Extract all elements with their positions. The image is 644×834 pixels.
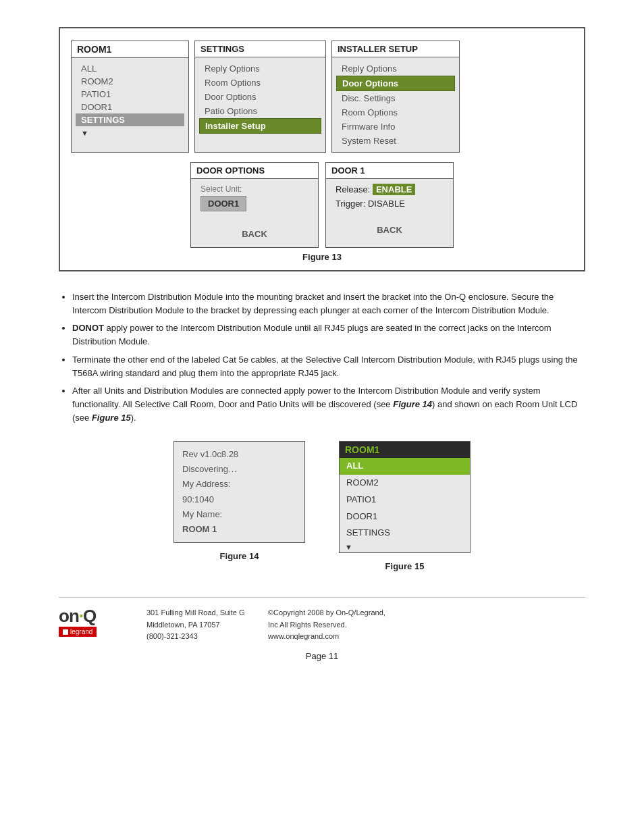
bullet-item-3: Terminate the other end of the labeled C… — [72, 353, 585, 380]
list-item[interactable]: ROOM2 — [76, 75, 184, 88]
rev-line-3: My Address: — [182, 477, 296, 492]
door-options-panel: DOOR OPTIONS Select Unit: DOOR1 BACK — [190, 162, 319, 248]
list-item[interactable]: ALL — [76, 62, 184, 75]
room1-body: ALL ROOM2 PATIO1 DOOR1 SETTINGS ▼ — [72, 58, 188, 141]
installer-body: Reply Options Door Options Disc. Setting… — [332, 57, 459, 152]
dropdown-arrow-icon: ▼ — [76, 128, 184, 138]
onq-logo: on·Q — [59, 607, 96, 625]
settings-panel: SETTINGS Reply Options Room Options Door… — [194, 41, 326, 153]
bullet-item-1: Insert the Intercom Distribution Module … — [72, 290, 585, 317]
fig15-item-patio1[interactable]: PATIO1 — [340, 492, 470, 509]
address-line3: (800)-321-2343 — [146, 631, 254, 643]
fig14-col: Rev v1.0c8.28 Discovering… My Address: 9… — [173, 441, 305, 563]
figure13-box: ROOM1 ALL ROOM2 PATIO1 DOOR1 SETTINGS ▼ … — [59, 27, 585, 271]
list-item-patio[interactable]: Patio Options — [199, 104, 321, 118]
list-item-settings[interactable]: SETTINGS — [76, 113, 184, 126]
door1-back-button[interactable]: BACK — [330, 211, 449, 240]
room1-header: ROOM1 — [72, 41, 188, 58]
logo-q: Q — [83, 606, 96, 626]
list-item-door[interactable]: Door Options — [199, 90, 321, 104]
fig15-caption: Figure 15 — [385, 561, 425, 571]
copyright-line1: ©Copyright 2008 by On-Q/Legrand, — [268, 607, 385, 619]
footer-copyright: ©Copyright 2008 by On-Q/Legrand, Inc All… — [268, 607, 385, 643]
list-item-reset[interactable]: System Reset — [336, 134, 455, 148]
copyright-line3: www.onqlegrand.com — [268, 631, 385, 643]
fig14-ref: Figure 14 — [393, 399, 432, 409]
donot-text: DONOT — [72, 323, 104, 333]
settings-body: Reply Options Room Options Door Options … — [195, 57, 325, 138]
list-item-door-opt[interactable]: Door Options — [336, 76, 455, 91]
rev-line-5: My Name: — [182, 507, 296, 522]
door1-header: DOOR 1 — [326, 163, 453, 179]
list-item-room[interactable]: Room Options — [199, 76, 321, 90]
fig15-item-door1[interactable]: DOOR1 — [340, 509, 470, 525]
trigger-value: DISABLE — [368, 199, 405, 209]
list-item[interactable]: DOOR1 — [76, 101, 184, 113]
room1-list: ALL ROOM2 PATIO1 DOOR1 SETTINGS — [76, 61, 184, 128]
fig14-caption: Figure 14 — [220, 551, 259, 561]
door1-body: Release: ENABLE Trigger: DISABLE BACK — [326, 179, 453, 243]
logo-on: on — [59, 606, 79, 626]
fig14-panel: Rev v1.0c8.28 Discovering… My Address: 9… — [173, 441, 305, 543]
list-item-reply[interactable]: Reply Options — [199, 61, 321, 76]
list-item[interactable]: PATIO1 — [76, 88, 184, 101]
door-options-header: DOOR OPTIONS — [191, 163, 318, 179]
fig15-item-all[interactable]: ALL — [340, 458, 470, 475]
trigger-label: Trigger: — [336, 199, 365, 209]
footer-address: 301 Fulling Mill Road, Suite G Middletow… — [146, 607, 254, 643]
door1-selected-button[interactable]: DOOR1 — [200, 196, 246, 211]
settings-header: SETTINGS — [195, 41, 325, 57]
page: ROOM1 ALL ROOM2 PATIO1 DOOR1 SETTINGS ▼ … — [0, 0, 644, 834]
rev-line-1: Rev v1.0c8.28 — [182, 447, 296, 462]
address-line2: Middletown, PA 17057 — [146, 619, 254, 631]
fig15-header: ROOM1 — [340, 442, 470, 458]
fig15-panel: ROOM1 ALL ROOM2 PATIO1 DOOR1 SETTINGS ▼ — [339, 441, 471, 553]
settings-list: Reply Options Room Options Door Options … — [199, 60, 321, 135]
fig13-bottom-row: DOOR OPTIONS Select Unit: DOOR1 BACK DOO… — [71, 162, 573, 248]
fig15-item-settings[interactable]: SETTINGS — [340, 525, 470, 542]
address-line1: 301 Fulling Mill Road, Suite G — [146, 607, 254, 619]
installer-header: INSTALLER SETUP — [332, 41, 459, 57]
bullet-list: Insert the Intercom Distribution Module … — [59, 290, 585, 425]
legrand-badge: legrand — [59, 627, 97, 637]
footer: on·Q legrand 301 Fulling Mill Road, Suit… — [59, 597, 585, 643]
bullet-item-4: After all Units and Distribution Modules… — [72, 384, 585, 425]
fig14-15-row: Rev v1.0c8.28 Discovering… My Address: 9… — [59, 441, 585, 573]
trigger-row: Trigger: DISABLE — [330, 197, 449, 211]
rev-line-2: Discovering… — [182, 462, 296, 477]
list-item-reply-opt[interactable]: Reply Options — [336, 61, 455, 76]
logo-area: on·Q legrand — [59, 607, 133, 637]
legrand-label: legrand — [70, 628, 92, 635]
release-label: Release: — [336, 184, 370, 194]
room1-panel: ROOM1 ALL ROOM2 PATIO1 DOOR1 SETTINGS ▼ — [71, 41, 189, 153]
rev-line-4: 90:1040 — [182, 492, 296, 507]
installer-panel: INSTALLER SETUP Reply Options Door Optio… — [331, 41, 460, 153]
fig15-arrow-icon: ▼ — [340, 542, 470, 552]
list-item-installer[interactable]: Installer Setup — [199, 118, 321, 134]
door-options-body: Select Unit: DOOR1 BACK — [191, 179, 318, 247]
fig15-ref: Figure 15 — [92, 413, 131, 423]
page-number: Page 11 — [59, 651, 585, 661]
fig13-top-row: ROOM1 ALL ROOM2 PATIO1 DOOR1 SETTINGS ▼ … — [71, 41, 573, 153]
door-options-back-button[interactable]: BACK — [195, 215, 314, 244]
fig15-item-room2[interactable]: ROOM2 — [340, 475, 470, 492]
release-row: Release: ENABLE — [330, 182, 449, 197]
bullet-section: Insert the Intercom Distribution Module … — [59, 290, 585, 429]
select-unit-label: Select Unit: — [195, 182, 314, 194]
installer-list: Reply Options Door Options Disc. Setting… — [336, 60, 455, 149]
rev-line-6: ROOM 1 — [182, 522, 296, 537]
fig15-col: ROOM1 ALL ROOM2 PATIO1 DOOR1 SETTINGS ▼ … — [339, 441, 471, 573]
copyright-line2: Inc All Rights Reserved. — [268, 619, 385, 631]
enable-badge[interactable]: ENABLE — [373, 184, 415, 195]
list-item-disc[interactable]: Disc. Settings — [336, 91, 455, 105]
list-item-room-opt[interactable]: Room Options — [336, 105, 455, 120]
legrand-square-icon — [63, 629, 68, 635]
figure13-caption: Figure 13 — [71, 252, 573, 262]
door1-panel: DOOR 1 Release: ENABLE Trigger: DISABLE … — [325, 162, 454, 248]
bullet-item-2: DONOT apply power to the Intercom Distri… — [72, 321, 585, 348]
list-item-firmware[interactable]: Firmware Info — [336, 120, 455, 134]
